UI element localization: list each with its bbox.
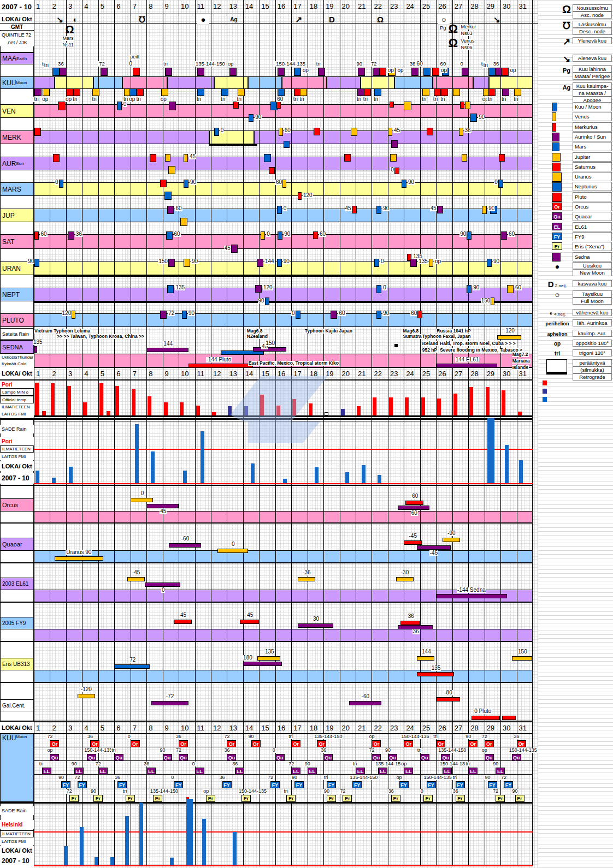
kuu-band: [167, 76, 214, 89]
Qu-aspect-value: op: [46, 748, 53, 753]
Er-aspect-value: 150-144-135: [238, 789, 267, 794]
eris-bar: [512, 656, 532, 661]
FY-aspect-box: FY: [174, 781, 183, 788]
EL-aspect-box: EL: [98, 768, 108, 775]
maa-aspect-note: peitt: [129, 55, 140, 60]
el61-bar-value: -45: [132, 570, 140, 575]
temp-min-bar: [341, 409, 345, 415]
sat-aspect-value: 90: [284, 231, 291, 237]
maa-aspect-marker: [379, 68, 386, 76]
quaoar-bar-value: -60: [181, 536, 190, 542]
row-label: Eris UB313: [0, 658, 34, 670]
maa-aspect-value: tri: [163, 61, 168, 67]
day-number: 22: [373, 3, 382, 10]
temp-min-bar: [421, 397, 425, 415]
temp-min-bar: [309, 403, 313, 415]
row-label: LOKA/ Okt: [0, 461, 34, 471]
legend-label: Aleneva kuu: [573, 55, 612, 62]
temp-min-bar: [325, 412, 328, 415]
EL-aspect-value: 36: [143, 762, 150, 766]
FY-aspect-box: FY: [117, 781, 127, 788]
day-number: 1: [36, 724, 40, 732]
el61-bar-value: 0: [161, 587, 166, 593]
row-label: 2007 - 10: [0, 855, 34, 866]
EL-aspect-value: 90: [492, 762, 499, 766]
sedna-bar-value: 150: [265, 341, 275, 346]
EL-aspect-box: EL: [42, 768, 51, 775]
FY-aspect-value: 72: [500, 775, 507, 780]
section-line: [0, 485, 533, 486]
legend-label: Retrograde: [573, 373, 612, 381]
temp-min-bar: [164, 402, 168, 415]
eris-bar: [243, 662, 282, 666]
FY-aspect-value: 72: [74, 775, 81, 780]
saturnus-swatch: [552, 163, 561, 171]
day-number: 10: [180, 3, 189, 10]
cold-bar-value: 144 EL61: [455, 357, 480, 362]
maa-aspect-marker: [278, 68, 285, 76]
maa-aspect-marker: [133, 68, 140, 76]
EL-aspect-value: tri: [352, 762, 358, 766]
Or-aspect-box: Or: [485, 740, 494, 747]
uran-aspect-value: 90: [493, 259, 500, 264]
rain-bar-pori: [362, 465, 366, 483]
galcent-bar-value: -120: [80, 687, 92, 692]
merk-aspect-value: 0: [220, 128, 225, 133]
EL-aspect-value: 150-144-135: [439, 762, 468, 766]
row-label-sub: Sun: [16, 161, 23, 166]
kuu-aspect-marker: [364, 88, 371, 96]
temp-min-bar: [437, 399, 441, 415]
Er-aspect-box: Er: [126, 795, 135, 802]
kuu-aspect-value: tri: [433, 97, 438, 102]
ven-aspect-marker: [470, 114, 477, 122]
kuu-aspect-value: tri: [237, 97, 242, 102]
Qu-aspect-value: 135-144-150: [438, 748, 467, 753]
Er-aspect-value: 90: [323, 789, 330, 794]
temp-min-bar: [99, 383, 103, 415]
orcus-bar-value: 60: [411, 510, 418, 516]
fy9-bar-value: 36: [408, 614, 415, 619]
EL-aspect-value: 90: [304, 762, 311, 766]
quaoar-bar-value: 0: [231, 542, 235, 547]
pluto-aspect-value: 72: [168, 311, 175, 316]
day-number: 16: [277, 370, 286, 377]
event-square: [34, 346, 37, 353]
Or-aspect-box: Or: [317, 740, 326, 747]
aur-aspect-marker: [264, 154, 271, 162]
Er-aspect-value: 90: [90, 789, 97, 794]
Er-aspect-box: Er: [206, 795, 215, 802]
nept-aspect-value: 150: [481, 298, 491, 304]
mars-aspect-value: 120: [303, 193, 313, 198]
row-label: KUU Moon: [0, 76, 34, 89]
weather-event-label: Haiti, Trop. storm Noel, Cuba > > >: [439, 341, 516, 346]
rain-bar-pori: [151, 451, 155, 483]
EL-aspect-box: EL: [308, 768, 317, 775]
day-number: 31: [518, 370, 527, 377]
day-column-line: [114, 0, 115, 865]
Or-aspect-box: Or: [291, 740, 300, 747]
legend-label: vähenevä kuu: [573, 309, 612, 316]
day-number: 20: [341, 724, 350, 732]
Or-aspect-box: Or: [251, 740, 261, 747]
FY-aspect-box: FY: [504, 781, 513, 788]
fy9-bar-value: 36: [412, 629, 420, 634]
node-event-label: Mars: [62, 36, 74, 41]
legend-label: oppositio 180°: [573, 340, 612, 347]
maa-aspect-marker: [229, 68, 237, 76]
FY-aspect-box: FY: [61, 781, 70, 788]
rain-bar-pori: [505, 445, 509, 483]
kuu-band: [361, 76, 394, 89]
row-label: MARS: [0, 182, 34, 196]
sedna-bar: [146, 348, 188, 352]
EL-aspect-value: 36: [232, 762, 238, 766]
Qu-aspect-value: 72: [175, 748, 182, 753]
row-label: JUP: [0, 209, 34, 222]
section-line: [0, 522, 533, 524]
aur-aspect-value: 45: [189, 154, 196, 159]
galcent-bar-value: -72: [166, 694, 174, 699]
kuu-aspect-marker: [197, 88, 204, 96]
FY-aspect-value: 150-144-135: [423, 775, 452, 780]
legend-label: Merkurius: [573, 122, 612, 132]
uran-aspect-value: 150: [158, 259, 168, 264]
sat-aspect-value: 0: [266, 231, 270, 237]
